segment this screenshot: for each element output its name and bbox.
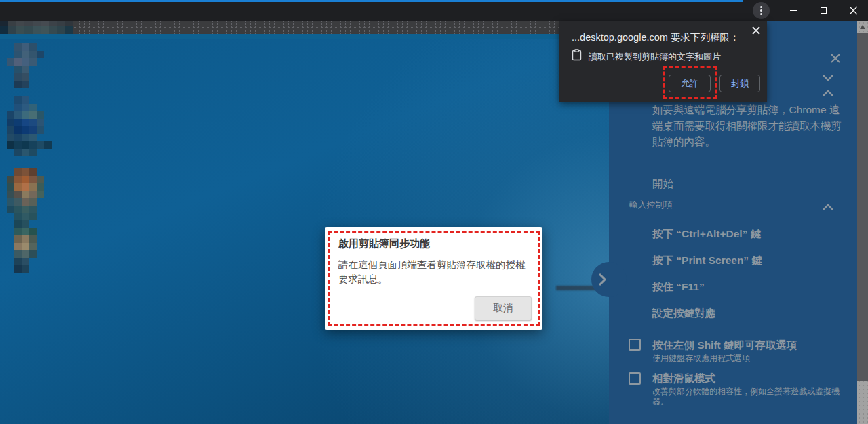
clipboard-sync-dialog: 啟用剪貼簿同步功能 請在這個頁面頂端查看剪貼簿存取權的授權要求訊息。 取消: [325, 227, 542, 330]
chevron-up-icon: [822, 203, 834, 211]
panel-close-button[interactable]: [829, 52, 842, 67]
allow-button[interactable]: 允許: [669, 75, 711, 92]
clipboard-permission-popup: ...desktop.google.com 要求下列權限： 讀取已複製到剪貼簿的…: [559, 21, 767, 102]
chevron-up-icon: [822, 89, 834, 97]
hold-f11-button[interactable]: 按住 “F11”: [652, 280, 705, 294]
relative-mouse-mode-label[interactable]: 相對滑鼠模式: [652, 372, 715, 386]
desktop-top-band: [0, 34, 609, 39]
minimize-icon: [790, 10, 797, 11]
clipboard-section-collapse[interactable]: [822, 88, 834, 100]
close-icon: [829, 52, 842, 64]
active-window-accent-line: [0, 0, 743, 2]
section-collapse-chevron-down[interactable]: [822, 73, 834, 85]
permission-popup-title: ...desktop.google.com 要求下列權限：: [572, 31, 739, 44]
cancel-button[interactable]: 取消: [475, 296, 532, 320]
shift-options-checkbox[interactable]: [629, 339, 641, 351]
scrollbar-up-button[interactable]: [857, 21, 868, 33]
clipboard-permission-description: 如要與遠端電腦分享剪貼簿，Chrome 遠端桌面需要取得相關權限才能讀取本機剪貼…: [652, 102, 849, 150]
maximize-button[interactable]: [808, 0, 838, 21]
close-icon: [751, 26, 761, 35]
send-print-screen-button[interactable]: 按下 “Print Screen” 鍵: [652, 254, 762, 268]
window-titlebar: [0, 0, 868, 21]
panel-scrollbar[interactable]: [857, 21, 868, 424]
dialog-title: 啟用剪貼簿同步功能: [338, 237, 430, 250]
panel-expand-handle[interactable]: [591, 262, 627, 297]
send-ctrl-alt-del-button[interactable]: 按下 “Ctrl+Alt+Del” 鍵: [652, 227, 761, 242]
section-divider: [609, 187, 857, 187]
permission-text: 讀取已複製到剪貼簿的文字和圖片: [589, 51, 721, 63]
arrow-up-icon: [860, 25, 865, 29]
shift-options-sublabel: 使用鍵盤存取應用程式選項: [652, 353, 850, 364]
dialog-body-text: 請在這個頁面頂端查看剪貼簿存取權的授權要求訊息。: [338, 258, 533, 286]
remote-top-strip: [0, 21, 609, 34]
relative-mouse-mode-sublabel: 改善與部分軟體的相容性，例如全螢幕遊戲或虛擬機器。: [652, 387, 850, 407]
shift-options-label[interactable]: 按住左側 Shift 鍵即可存取選項: [652, 339, 797, 353]
scrollbar-thumb[interactable]: [857, 33, 868, 381]
chevron-down-icon: [822, 74, 834, 82]
configure-key-mappings-button[interactable]: 設定按鍵對應: [652, 307, 715, 321]
block-button[interactable]: 封鎖: [719, 75, 760, 92]
relative-mouse-mode-checkbox[interactable]: [629, 372, 641, 385]
popup-close-button[interactable]: [751, 26, 761, 38]
close-icon: [849, 6, 858, 15]
input-controls-collapse[interactable]: [822, 201, 834, 214]
chevron-right-icon: [597, 273, 607, 286]
maximize-icon: [821, 7, 827, 14]
section-divider: [609, 419, 857, 419]
app-menu-button[interactable]: [753, 2, 770, 19]
clipboard-icon: [572, 49, 582, 61]
input-controls-header: 輸入控制項: [629, 199, 673, 211]
kebab-menu-icon: [760, 6, 762, 15]
close-window-button[interactable]: [838, 0, 868, 21]
start-button[interactable]: 開始: [652, 177, 673, 191]
minimize-button[interactable]: [778, 0, 808, 21]
